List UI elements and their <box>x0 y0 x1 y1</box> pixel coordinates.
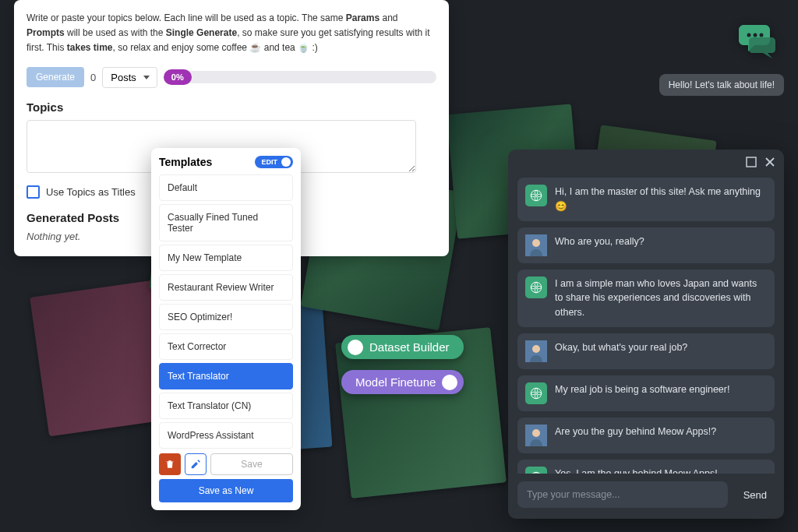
close-icon[interactable] <box>764 156 776 168</box>
message-text: Who are you, really? <box>555 234 644 249</box>
user-avatar-icon <box>525 234 547 256</box>
progress-bar <box>184 71 436 83</box>
chat-message: Okay, but what's your real job? <box>517 333 775 369</box>
chat-footer: Send <box>508 474 784 519</box>
svg-point-9 <box>532 345 540 353</box>
chat-input[interactable] <box>517 481 728 508</box>
checkbox-icon[interactable] <box>26 185 40 199</box>
toggle-knob-icon <box>281 157 291 167</box>
chat-message: My real job is being a software engineer… <box>517 375 775 411</box>
trash-icon <box>164 459 175 470</box>
save-as-new-button[interactable]: Save as New <box>159 479 293 502</box>
dataset-builder-pill[interactable]: Dataset Builder <box>341 335 464 359</box>
edit-toggle[interactable]: EDIT <box>255 156 293 168</box>
checkbox-label: Use Topics as Titles <box>46 186 136 198</box>
toolbar: Generate 0 Posts 0% <box>26 67 436 88</box>
chat-message: Yes, I am the guy behind Meow Apps! <box>517 460 775 474</box>
feature-pills: Dataset Builder Model Finetune <box>341 335 464 405</box>
template-item[interactable]: Text Translator (CN) <box>159 393 293 419</box>
chat-message: I am a simple man who loves Japan and wa… <box>517 270 775 327</box>
post-type-select[interactable]: Posts <box>102 67 157 88</box>
message-text: Are you the guy behind Meow Apps!? <box>555 425 716 439</box>
template-item[interactable]: WordPress Assistant <box>159 422 293 449</box>
pencil-icon <box>190 459 201 470</box>
edit-toggle-label: EDIT <box>261 158 277 166</box>
svg-point-10 <box>531 388 542 399</box>
svg-rect-3 <box>747 157 756 167</box>
ai-avatar-icon <box>525 467 547 474</box>
template-item[interactable]: SEO Optimizer! <box>159 304 293 330</box>
send-button[interactable]: Send <box>736 481 775 508</box>
topics-title: Topics <box>26 100 436 114</box>
progress: 0% <box>164 69 436 85</box>
model-finetune-pill[interactable]: Model Finetune <box>341 370 464 394</box>
pill-label: Model Finetune <box>355 375 436 389</box>
templates-popover: Templates EDIT DefaultCasually Fined Tun… <box>151 148 301 510</box>
message-text: My real job is being a software engineer… <box>555 382 729 397</box>
svg-point-0 <box>747 33 751 37</box>
template-item[interactable]: Casually Fined Tuned Tester <box>159 204 293 241</box>
generate-button[interactable]: Generate <box>26 67 84 87</box>
edit-template-button[interactable] <box>185 453 207 475</box>
pill-dot-icon <box>442 375 457 390</box>
user-avatar-icon <box>525 425 547 446</box>
message-text: Hi, I am the master of this site! Ask me… <box>555 185 767 214</box>
chat-window: Hi, I am the master of this site! Ask me… <box>508 150 784 519</box>
svg-point-6 <box>532 239 540 247</box>
svg-point-1 <box>754 33 757 37</box>
template-item[interactable]: Default <box>159 174 293 201</box>
template-item[interactable]: Text Corrector <box>159 333 293 360</box>
save-button[interactable]: Save <box>210 453 293 475</box>
svg-point-12 <box>532 429 540 437</box>
maximize-icon[interactable] <box>745 156 757 168</box>
message-text: Yes, I am the guy behind Meow Apps! <box>555 467 718 474</box>
chat-window-header <box>508 150 784 174</box>
svg-point-2 <box>760 33 764 37</box>
chat-launcher-icon[interactable] <box>737 23 776 62</box>
chat-message: Hi, I am the master of this site! Ask me… <box>517 178 775 221</box>
template-item[interactable]: Text Translator <box>159 363 293 389</box>
message-text: Okay, but what's your real job? <box>555 340 687 355</box>
message-text: I am a simple man who loves Japan and wa… <box>555 277 767 320</box>
ai-avatar-icon <box>525 382 547 404</box>
delete-template-button[interactable] <box>159 453 181 475</box>
svg-point-4 <box>531 190 542 201</box>
progress-badge: 0% <box>164 69 192 85</box>
templates-title: Templates <box>159 156 212 168</box>
generate-count: 0 <box>90 72 96 83</box>
hello-bubble: Hello! Let's talk about life! <box>659 74 784 96</box>
svg-point-7 <box>531 282 542 293</box>
chat-message: Who are you, really? <box>517 227 775 263</box>
ai-avatar-icon <box>525 185 547 206</box>
template-item[interactable]: Restaurant Review Writer <box>159 274 293 301</box>
pill-label: Dataset Builder <box>369 340 450 354</box>
template-item[interactable]: My New Template <box>159 245 293 271</box>
intro-text: Write or paste your topics below. Each l… <box>26 11 436 56</box>
pill-dot-icon <box>348 340 363 355</box>
user-avatar-icon <box>525 340 547 362</box>
ai-avatar-icon <box>525 277 547 298</box>
chat-messages: Hi, I am the master of this site! Ask me… <box>508 174 784 474</box>
chat-message: Are you the guy behind Meow Apps!? <box>517 417 775 453</box>
